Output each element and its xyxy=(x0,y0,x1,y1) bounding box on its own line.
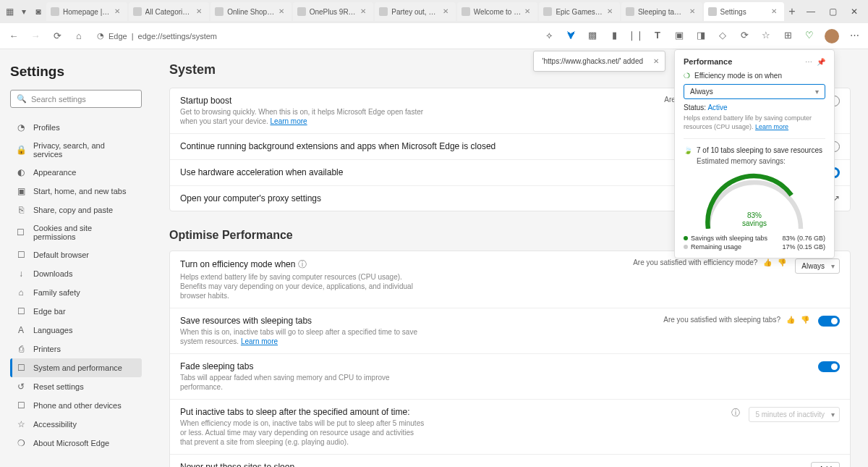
zoom-icon[interactable]: ◨ xyxy=(694,29,707,42)
tab-close-button[interactable]: ✕ xyxy=(689,7,698,16)
nav-item-icon: ☐ xyxy=(16,363,26,373)
more-menu-button[interactable]: ⋯ xyxy=(848,29,861,42)
nav-item-label: Share, copy and paste xyxy=(33,206,113,214)
info-icon[interactable]: ⓘ xyxy=(731,407,740,419)
browser-tab[interactable]: Sleeping tabs in Mic✕ xyxy=(621,2,702,21)
send-icon[interactable]: ⮟ xyxy=(564,29,577,42)
text-icon[interactable]: T xyxy=(651,29,664,42)
tab-title: Settings xyxy=(720,8,768,16)
collections-button[interactable]: ⊞ xyxy=(781,29,794,42)
settings-nav-item[interactable]: ❍About Microsoft Edge xyxy=(10,434,142,453)
performance-panel: Performance ⋯📌 ❍Efficiency mode is on wh… xyxy=(674,49,835,258)
tab-chevron-icon[interactable]: ▾ xyxy=(17,5,30,18)
settings-nav-item[interactable]: ☐Edge bar xyxy=(10,302,142,321)
tab-close-button[interactable]: ✕ xyxy=(771,7,780,16)
read-aloud-icon[interactable]: ⟡ xyxy=(542,29,556,42)
settings-nav-item[interactable]: 🔒Privacy, search, and services xyxy=(10,137,142,163)
nav-item-icon: ↺ xyxy=(16,382,26,392)
settings-nav-item[interactable]: ⎘Share, copy and paste xyxy=(10,201,142,219)
reader-icon[interactable]: ▣ xyxy=(673,29,686,42)
toast-text: 'https://www.ghacks.net/' added xyxy=(542,57,643,65)
tab-close-button[interactable]: ✕ xyxy=(443,7,451,16)
address-url: edge://settings/system xyxy=(138,32,217,41)
search-icon: 🔍 xyxy=(17,94,27,104)
perf-learn-link[interactable]: Learn more xyxy=(755,123,788,130)
tab-favicon-icon xyxy=(379,7,388,16)
browser-tab[interactable]: Partey out, Sambi in✕ xyxy=(375,2,456,21)
thumbs-up-icon[interactable]: 👍 xyxy=(763,258,772,266)
window-close-button[interactable]: ✕ xyxy=(843,3,865,20)
perf-more-icon[interactable]: ⋯ xyxy=(805,58,812,66)
info-icon[interactable]: ⓘ xyxy=(298,259,307,269)
window-minimize-button[interactable]: — xyxy=(800,3,822,20)
settings-nav-item[interactable]: ALanguages xyxy=(10,321,142,340)
settings-nav-item[interactable]: ↺Reset settings xyxy=(10,377,142,396)
browser-tab[interactable]: Online Shopping Sit✕ xyxy=(210,2,292,21)
settings-nav-item[interactable]: ☐Default browser xyxy=(10,245,142,264)
settings-nav-item[interactable]: ◐Appearance xyxy=(10,163,142,182)
browser-tab[interactable]: Welcome to Steam✕ xyxy=(457,2,538,21)
settings-nav-item[interactable]: ☆Accessibility xyxy=(10,415,142,434)
nav-item-label: Family safety xyxy=(33,288,80,297)
window-maximize-button[interactable]: ▢ xyxy=(822,3,843,20)
shield-icon[interactable]: ◇ xyxy=(716,29,729,42)
sleeping-tabs-toggle[interactable] xyxy=(818,316,840,327)
settings-nav-item[interactable]: ☐System and performance xyxy=(10,358,142,377)
browser-tab[interactable]: Settings✕ xyxy=(704,2,785,21)
tab-close-button[interactable]: ✕ xyxy=(524,7,533,16)
browser-tab[interactable]: All Categories - Twi✕ xyxy=(129,2,210,21)
qr-icon[interactable]: ▩ xyxy=(586,29,599,42)
ruler-icon[interactable]: ❘❘ xyxy=(629,29,642,42)
startup-learn-more-link[interactable]: Learn more xyxy=(271,117,307,125)
back-button[interactable]: ← xyxy=(7,30,20,43)
settings-nav-item[interactable]: ☐Cookies and site permissions xyxy=(10,219,142,245)
settings-nav-item[interactable]: ☐Phone and other devices xyxy=(10,396,142,415)
home-button[interactable]: ⌂ xyxy=(72,30,85,43)
tab-close-button[interactable]: ✕ xyxy=(196,7,205,16)
phone-icon[interactable]: ▮ xyxy=(608,29,621,42)
sync-icon[interactable]: ⟳ xyxy=(738,29,751,42)
settings-nav-item[interactable]: ↓Downloads xyxy=(10,264,142,283)
browser-tab[interactable]: Homepage | gHacks✕ xyxy=(46,2,127,21)
settings-nav-item[interactable]: ▣Start, home, and new tabs xyxy=(10,182,142,201)
performance-button[interactable]: ♡ xyxy=(803,29,816,42)
fade-tabs-label: Fade sleeping tabs xyxy=(180,361,809,371)
efficiency-mode-select[interactable]: Always xyxy=(795,258,840,274)
refresh-button[interactable]: ⟳ xyxy=(51,30,64,43)
sleeping-tabs-learn-link[interactable]: Learn more xyxy=(241,337,278,345)
tab-close-button[interactable]: ✕ xyxy=(114,7,123,16)
nav-item-icon: A xyxy=(16,325,26,335)
settings-title: Settings xyxy=(10,64,142,80)
fade-tabs-toggle[interactable] xyxy=(818,361,840,372)
pin-icon[interactable]: 📌 xyxy=(817,58,825,66)
efficiency-mode-label: Turn on efficiency mode when xyxy=(180,259,295,269)
perf-efficiency-select[interactable]: Always xyxy=(684,84,825,99)
nav-item-label: Languages xyxy=(33,326,72,335)
edge-logo-icon: ◔ xyxy=(97,31,104,41)
thumbs-up-icon[interactable]: 👍 xyxy=(786,316,795,324)
browser-tab[interactable]: OnePlus 9R 5G (Car✕ xyxy=(293,2,374,21)
thumbs-down-icon[interactable]: 👎 xyxy=(801,316,809,324)
tab-title: Welcome to Steam xyxy=(474,8,522,16)
browser-tab[interactable]: Epic Games Store | ✕ xyxy=(539,2,620,21)
forward-button[interactable]: → xyxy=(29,30,42,43)
tab-title: OnePlus 9R 5G (Car xyxy=(310,8,357,16)
new-tab-button[interactable]: + xyxy=(786,5,799,18)
address-label: Edge xyxy=(109,32,127,41)
settings-nav-item[interactable]: ⌂Family safety xyxy=(10,283,142,302)
tab-close-button[interactable]: ✕ xyxy=(607,7,616,16)
add-site-button[interactable]: Add xyxy=(811,462,840,467)
settings-nav-item[interactable]: ◔Profiles xyxy=(10,118,142,137)
tab-close-button[interactable]: ✕ xyxy=(278,7,287,16)
tab-close-button[interactable]: ✕ xyxy=(360,7,369,16)
favorites-button[interactable]: ☆ xyxy=(760,29,773,42)
settings-nav-item[interactable]: ⎙Printers xyxy=(10,340,142,358)
toast-close-button[interactable]: ✕ xyxy=(653,57,659,65)
profile-avatar[interactable] xyxy=(825,29,839,43)
thumbs-down-icon[interactable]: 👎 xyxy=(778,258,786,266)
settings-search-input[interactable]: 🔍 Search settings xyxy=(10,90,142,108)
address-bar[interactable]: ◔ Edge | edge://settings/system xyxy=(97,31,217,41)
tabs-menu-icon[interactable]: ▦ xyxy=(3,5,16,18)
tab-pinned-icon[interactable]: ◙ xyxy=(32,5,45,18)
nav-item-label: Profiles xyxy=(33,123,60,132)
